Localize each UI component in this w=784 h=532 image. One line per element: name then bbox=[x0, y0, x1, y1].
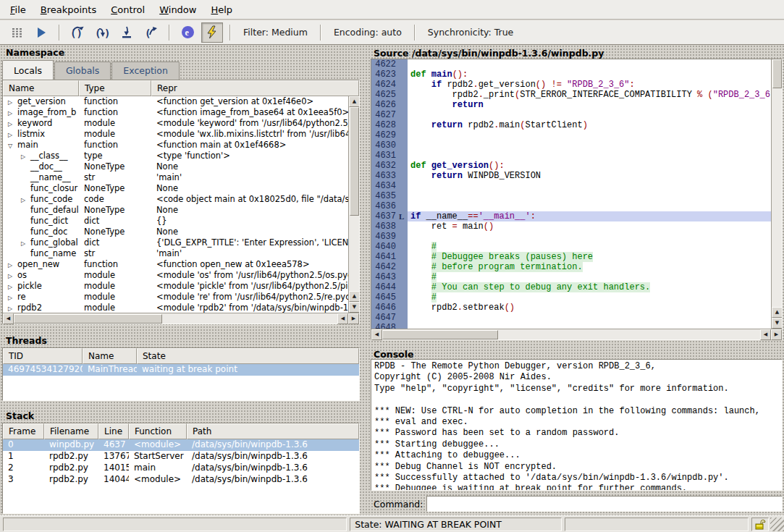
tab-globals[interactable]: Globals bbox=[54, 62, 111, 80]
namespace-row[interactable]: __doc__NoneTypeNone bbox=[3, 161, 348, 172]
namespace-row[interactable]: ▷rpdb2module<module 'rpdb2' from '/data/… bbox=[3, 303, 348, 313]
tree-expand-icon[interactable]: ▷ bbox=[8, 284, 17, 290]
source-line[interactable]: 4629 bbox=[371, 130, 771, 140]
scroll-up-icon[interactable]: ▲ bbox=[772, 307, 782, 318]
namespace-row[interactable]: ▷func_globaldict{'DLG_EXPR_TITLE': 'Ente… bbox=[3, 237, 348, 248]
source-vertical-scrollbar[interactable]: ▲ ▼ bbox=[771, 59, 782, 329]
go-button[interactable] bbox=[30, 22, 52, 43]
source-line[interactable]: 4645 # bbox=[371, 292, 771, 303]
scroll-up-icon[interactable]: ▲ bbox=[349, 96, 359, 107]
source-line[interactable]: 4641 # Debuggee breaks (pauses) here bbox=[371, 252, 771, 262]
namespace-row[interactable]: ▷open_newfunction<function open_new at 0… bbox=[3, 259, 348, 270]
source-line[interactable]: 4634 bbox=[371, 181, 771, 191]
tree-expand-icon[interactable]: ▷ bbox=[8, 110, 17, 117]
source-line[interactable]: 4630 bbox=[371, 140, 771, 151]
tree-expand-icon[interactable]: ▷ bbox=[8, 273, 17, 279]
source-line[interactable]: 4625 rpdb2._print(STR_ERROR_INTERFACE_CO… bbox=[371, 90, 771, 100]
scroll-down-icon[interactable]: ▼ bbox=[349, 302, 359, 313]
source-line[interactable]: 4642 # before program termination. bbox=[371, 262, 771, 272]
source-line[interactable]: 4626 return bbox=[371, 100, 771, 110]
namespace-horizontal-scrollbar[interactable]: ◀ ◀ ▶ bbox=[3, 313, 359, 324]
column-header-repr[interactable]: Repr bbox=[151, 80, 359, 96]
namespace-row[interactable]: func_namestr'main' bbox=[3, 248, 348, 259]
source-line[interactable]: 4635 bbox=[371, 191, 771, 201]
source-line[interactable]: 4648 bbox=[371, 323, 771, 329]
source-line[interactable]: 4646 rpdb2.setbreak() bbox=[371, 303, 771, 313]
namespace-row[interactable]: ▷picklemodule<module 'pickle' from '/usr… bbox=[3, 281, 348, 292]
source-line[interactable]: 4644 # You can step to debug any exit ha… bbox=[371, 282, 771, 292]
menu-item-help[interactable]: Help bbox=[203, 1, 240, 19]
threads-stack-splitter[interactable] bbox=[0, 401, 360, 410]
column-header-function[interactable]: Function bbox=[129, 423, 187, 439]
namespace-row[interactable]: ▽mainfunction<function main at 0x1ef4668… bbox=[3, 140, 348, 151]
scroll-right-icon[interactable]: ▶ bbox=[348, 313, 359, 324]
run-to-return-button[interactable] bbox=[116, 22, 138, 43]
goto-button[interactable]: ( bbox=[140, 22, 162, 43]
tree-expand-icon[interactable]: ▷ bbox=[8, 262, 17, 269]
source-line[interactable]: 4631 bbox=[371, 151, 771, 161]
namespace-row[interactable]: func_defaulNoneTypeNone bbox=[3, 205, 348, 216]
step-over-button[interactable]: () bbox=[67, 22, 88, 43]
console-output[interactable]: RPDB - The Remote Python Debugger, versi… bbox=[371, 359, 783, 491]
column-header-path[interactable]: Path bbox=[187, 423, 359, 439]
main-vertical-splitter[interactable] bbox=[360, 45, 371, 515]
column-header-type[interactable]: Type bbox=[79, 80, 151, 96]
column-header-frame[interactable]: Frame bbox=[3, 423, 44, 439]
namespace-row[interactable]: func_docNoneTypeNone bbox=[3, 227, 348, 237]
source-line[interactable]: 4637Lif __name__=='__main__': bbox=[371, 211, 771, 221]
column-header-name[interactable]: Name bbox=[83, 348, 137, 364]
source-line[interactable]: 4643 # bbox=[371, 272, 771, 282]
source-line[interactable]: 4639 bbox=[371, 232, 771, 242]
table-row[interactable]: 2rpdb2.py14015main/data/sys/bin/winpdb-1… bbox=[3, 463, 359, 474]
table-row[interactable]: 0winpdb.py4637<module>/data/sys/bin/winp… bbox=[3, 439, 359, 451]
tree-expand-icon[interactable]: ▷ bbox=[21, 197, 30, 203]
menu-item-breakpoints[interactable]: Breakpoints bbox=[33, 1, 104, 19]
source-line[interactable]: 4640 # bbox=[371, 242, 771, 252]
namespace-row[interactable]: __name__str'main' bbox=[3, 172, 348, 183]
column-header-name[interactable]: Name bbox=[3, 80, 79, 96]
namespace-threads-splitter[interactable] bbox=[0, 324, 360, 334]
table-row[interactable]: 3rpdb2.py14044<module>/data/sys/bin/winp… bbox=[3, 474, 359, 486]
scrollbar-thumb[interactable] bbox=[772, 59, 782, 88]
resize-grip[interactable] bbox=[770, 518, 784, 531]
tree-expand-icon[interactable]: ▷ bbox=[8, 132, 17, 138]
tree-expand-icon[interactable]: ▷ bbox=[8, 295, 17, 301]
source-line[interactable]: 4628 return rpdb2.main(StartClient) bbox=[371, 120, 771, 130]
namespace-row[interactable]: ▷func_codecode<code object main at 0x180… bbox=[3, 194, 348, 205]
namespace-row[interactable]: ▷get_versionfunction<function get_versio… bbox=[3, 96, 348, 107]
source-line[interactable]: 4647 bbox=[371, 313, 771, 323]
column-header-tid[interactable]: TID bbox=[3, 348, 83, 364]
namespace-row[interactable]: func_dictdict{} bbox=[3, 216, 348, 227]
namespace-row[interactable]: ▷osmodule<module 'os' from '/usr/lib64/p… bbox=[3, 270, 348, 281]
source-line[interactable]: 4632def get_version(): bbox=[371, 161, 771, 171]
tree-expand-icon[interactable]: ▷ bbox=[8, 99, 17, 106]
synchronicity-toggle-button[interactable] bbox=[201, 22, 223, 43]
source-line[interactable]: 4623def main(): bbox=[371, 69, 771, 80]
break-button[interactable] bbox=[6, 22, 28, 43]
table-row[interactable]: 1rpdb2.py13767StartServer/data/sys/bin/w… bbox=[3, 451, 359, 463]
menu-item-window[interactable]: Window bbox=[152, 1, 203, 19]
scroll-down-icon[interactable]: ▼ bbox=[772, 318, 782, 329]
column-header-line[interactable]: Line bbox=[98, 423, 129, 439]
source-line[interactable]: 4627 bbox=[371, 110, 771, 120]
namespace-row[interactable]: ▷keywordmodule<module 'keyword' from '/u… bbox=[3, 118, 348, 129]
step-into-button[interactable]: ( ) bbox=[91, 22, 113, 43]
tree-expand-icon[interactable]: ▷ bbox=[21, 240, 30, 247]
encoding-toggle-button[interactable]: e bbox=[177, 22, 198, 43]
scrollbar-thumb[interactable] bbox=[350, 107, 359, 216]
namespace-row[interactable]: ▷listmixmodule<module 'wx.lib.mixins.lis… bbox=[3, 129, 348, 140]
tree-collapse-icon[interactable]: ▽ bbox=[8, 143, 17, 149]
namespace-row[interactable]: ▷image_from_bfunction<function image_fro… bbox=[3, 107, 348, 118]
namespace-vertical-scrollbar[interactable]: ▲ ▲ ▼ bbox=[348, 96, 359, 313]
table-row[interactable]: 46974534127920MainThreadwaiting at break… bbox=[3, 364, 359, 376]
menu-item-control[interactable]: Control bbox=[104, 1, 152, 19]
tree-expand-icon[interactable]: ▷ bbox=[8, 121, 17, 127]
tree-expand-icon[interactable]: ▷ bbox=[8, 305, 17, 312]
namespace-row[interactable]: func_closurNoneTypeNone bbox=[3, 183, 348, 194]
namespace-row[interactable]: ▷__class__type<type 'function'> bbox=[3, 151, 348, 161]
source-line[interactable]: 4636 bbox=[371, 201, 771, 211]
menu-item-file[interactable]: File bbox=[3, 1, 33, 19]
source-line[interactable]: 4624 if rpdb2.get_version() != "RPDB_2_3… bbox=[371, 80, 771, 90]
source-line[interactable]: 4622 bbox=[371, 59, 771, 69]
source-console-splitter[interactable] bbox=[371, 338, 783, 347]
